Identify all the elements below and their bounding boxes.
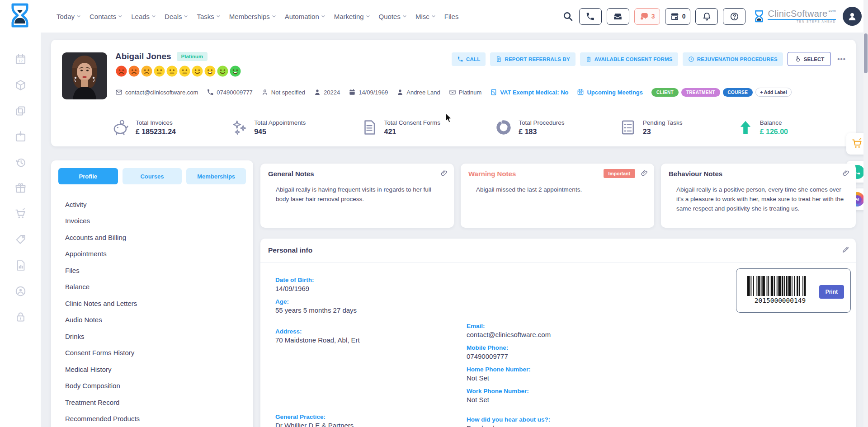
label-pill-treatment[interactable]: TREATMENT	[681, 88, 720, 97]
nav-item-tasks[interactable]: Tasks	[197, 13, 220, 20]
rail-support[interactable]	[13, 285, 28, 297]
menu-item-treatment-record[interactable]: Treatment Record	[65, 394, 253, 411]
store-icon	[670, 12, 679, 21]
nav-item-memberships[interactable]: Memberships	[229, 13, 276, 20]
info-label: Age:	[275, 298, 360, 305]
nav-item-marketing[interactable]: Marketing	[334, 13, 370, 20]
nav-item-misc[interactable]: Misc	[415, 13, 436, 20]
menu-item-drinks[interactable]: Drinks	[65, 328, 253, 345]
menu-item-balance[interactable]: Balance	[65, 279, 253, 296]
mood-face-smile[interactable]	[191, 65, 203, 79]
menu-item-consent-forms-history[interactable]: Consent Forms History	[65, 345, 253, 361]
menu-item-files[interactable]: Files	[65, 262, 253, 279]
inbox-button[interactable]	[607, 8, 629, 25]
shop-button[interactable]: 0	[665, 8, 691, 25]
rail-lock[interactable]	[13, 311, 28, 323]
rail-price-tag[interactable]	[13, 234, 28, 245]
stat-text: Total Invoices£ 185231.24	[136, 119, 176, 136]
nav-item-files[interactable]: Files	[444, 13, 459, 20]
paperclip-icon[interactable]	[440, 169, 448, 179]
rail-calendar-12[interactable]: 12	[13, 53, 28, 65]
chevron-down-icon	[151, 14, 156, 19]
chevron-down-icon	[184, 14, 188, 19]
copy-icon	[14, 105, 27, 117]
more-options-button[interactable]: •••	[835, 53, 848, 65]
menu-item-invoices[interactable]: Invoices	[65, 213, 253, 230]
info-value: Facebook	[467, 424, 551, 427]
available-consent-forms-button[interactable]: AVAILABLE CONSENT FORMS	[580, 52, 678, 66]
menu-item-audio-notes[interactable]: Audio Notes	[65, 312, 253, 328]
nav-item-today[interactable]: Today	[57, 13, 81, 20]
calendar-icon	[349, 89, 356, 96]
mood-face-neutral[interactable]	[153, 65, 165, 79]
nav-item-deals[interactable]: Deals	[165, 13, 188, 20]
info-value: 55 years 5 months 27 days	[275, 306, 360, 314]
scrollbar-thumb[interactable]	[864, 33, 868, 73]
dialer-button[interactable]	[579, 8, 602, 25]
link-vat-exempt-medical-no[interactable]: VAT Exempt Medical: No	[490, 89, 568, 96]
rejuvenation-procedures-button[interactable]: REJUVENATION PROCEDURES	[683, 52, 783, 66]
select-button[interactable]: SELECT	[788, 52, 831, 66]
nav-item-leads[interactable]: Leads	[131, 13, 156, 20]
stat-value: 23	[643, 128, 683, 136]
label-pill-client[interactable]: CLIENT	[651, 88, 679, 97]
user-avatar[interactable]	[843, 7, 862, 26]
rail-package[interactable]	[13, 79, 28, 91]
search-icon[interactable]	[562, 10, 574, 22]
paperclip-icon[interactable]	[842, 169, 850, 179]
rail-report-chart[interactable]	[13, 259, 28, 271]
menu-item-appointments[interactable]: Appointments	[65, 246, 253, 263]
nav-item-automation[interactable]: Automation	[285, 13, 326, 20]
paperclip-icon[interactable]	[641, 169, 648, 179]
menu-item-body-composition[interactable]: Body Composition	[65, 378, 253, 394]
stat-label: Pending Tasks	[643, 119, 683, 126]
info-field: Home Phone Number:Not Set	[467, 366, 551, 385]
topbar-actions: 30 ClinicSoftware.com TEN STEPS AHEAD	[562, 0, 862, 33]
tab-memberships[interactable]: Memberships	[186, 168, 246, 184]
mood-face-smile[interactable]	[217, 65, 229, 79]
chevron-down-icon	[272, 14, 276, 19]
link-upcoming-meetings[interactable]: Upcoming Meetings	[577, 89, 643, 96]
messages-button[interactable]: 3	[634, 8, 660, 25]
notifications-button[interactable]	[695, 8, 718, 25]
mood-face-frown[interactable]	[128, 65, 140, 79]
label-pill-course[interactable]: COURSE	[723, 88, 753, 97]
help-button[interactable]	[723, 8, 745, 25]
menu-item-recommended-products[interactable]: Recommended Products	[65, 411, 253, 427]
report-referrals-by-button[interactable]: REPORT REFERRALS BY	[490, 52, 575, 66]
patient-photo[interactable]	[62, 52, 107, 99]
general-notes-card: General NotesAbigail really is having fr…	[260, 164, 454, 228]
menu-item-activity[interactable]: Activity	[65, 196, 253, 213]
menu-item-accounts-and-billing[interactable]: Accounts and Billing	[65, 229, 253, 246]
nav-item-label: Automation	[285, 13, 319, 20]
tab-profile[interactable]: Profile	[58, 168, 118, 184]
scrollbar-track[interactable]	[863, 0, 868, 427]
add-label-button[interactable]: + Add Label	[755, 88, 791, 97]
mood-face-sad[interactable]	[141, 65, 153, 79]
rail-gift[interactable]	[13, 182, 28, 194]
mood-face-grin[interactable]	[204, 65, 216, 79]
nav-item-contacts[interactable]: Contacts	[90, 13, 123, 20]
chevron-down-icon	[431, 14, 436, 19]
chevron-down-icon	[216, 14, 221, 19]
rail-calendar-import[interactable]	[13, 131, 28, 142]
cart-icon	[14, 208, 27, 220]
rail-history[interactable]	[13, 156, 28, 168]
info-value: Dr Whillier D E & Partners	[275, 422, 360, 427]
rail-copy[interactable]	[13, 105, 28, 117]
nav-item-quotes[interactable]: Quotes	[379, 13, 407, 20]
stat-label: Total Appointments	[254, 119, 306, 126]
rail-cart[interactable]	[13, 208, 28, 220]
menu-item-clinic-notes-and-letters[interactable]: Clinic Notes and Letters	[65, 295, 253, 312]
mood-face-neutral[interactable]	[179, 65, 191, 79]
print-button[interactable]: Print	[819, 285, 844, 299]
tab-courses[interactable]: Courses	[123, 168, 182, 184]
menu-item-medical-history[interactable]: Medical History	[65, 361, 253, 378]
mood-face-grin[interactable]	[229, 65, 241, 79]
brand-hourglass-icon[interactable]	[8, 3, 32, 28]
mood-face-frown[interactable]	[115, 65, 127, 79]
stat-value: 945	[254, 128, 306, 136]
mood-face-neutral[interactable]	[166, 65, 178, 79]
call-button[interactable]: CALL	[452, 52, 486, 66]
edit-pencil-icon[interactable]	[842, 246, 849, 255]
